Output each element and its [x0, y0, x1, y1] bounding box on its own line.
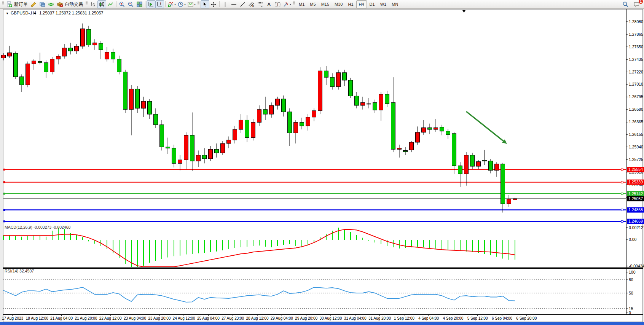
timeframe-m1[interactable]: M1: [296, 0, 307, 8]
alerts-button[interactable]: [47, 0, 56, 8]
auto-scroll-icon: [148, 1, 154, 8]
toolbar-button-label[interactable]: 新订单: [14, 1, 29, 8]
svg-text:A: A: [267, 2, 271, 7]
zoom-in-button[interactable]: [118, 0, 126, 8]
hline-button[interactable]: [230, 0, 238, 8]
timeframe-h4[interactable]: H4: [356, 0, 367, 8]
toolbar-button-label[interactable]: 自动交易: [64, 1, 84, 8]
application-window: 新订单自动交易▾▾▾EFAT▾M1M5M15M30H1H4D1W1MN1 ▼GB…: [0, 0, 644, 325]
new-order-icon: [6, 1, 13, 8]
collapse-arrow-icon[interactable]: ▼: [6, 12, 9, 15]
vline-icon: [222, 1, 228, 8]
chart-shift-icon: [156, 1, 163, 8]
new-order-button[interactable]: [5, 0, 14, 8]
text-button[interactable]: A: [265, 0, 273, 8]
alerts-icon: [48, 1, 54, 8]
styler-button[interactable]: [29, 0, 38, 8]
search-icon: [622, 1, 629, 8]
dropdown-arrow-icon[interactable]: ▾: [174, 3, 176, 6]
periods-icon: [177, 1, 184, 8]
chart-ohlc-values: 1.25037 1.25072 1.25031 1.25057: [39, 11, 103, 15]
chart-shift-button[interactable]: [155, 0, 164, 8]
chart-window[interactable]: ▼GBPUSD-,H41.25037 1.25072 1.25031 1.250…: [3, 9, 643, 322]
text-icon: A: [266, 1, 272, 8]
main-toolbar: 新订单自动交易▾▾▾EFAT▾M1M5M15M30H1H4D1W1MN1: [0, 0, 644, 9]
zoom-out-button[interactable]: [126, 0, 135, 8]
toolbar-grip[interactable]: [86, 1, 88, 8]
line-chart-icon: [107, 1, 114, 8]
indicators-icon: [167, 1, 174, 8]
dropdown-arrow-icon[interactable]: ▾: [194, 3, 196, 6]
macd-indicator-label: MACD(12,26,9) -0.003273 -0.002468: [5, 225, 70, 229]
tile-windows-icon: [136, 1, 143, 8]
search-button[interactable]: [621, 0, 630, 8]
profiles-button[interactable]: [38, 0, 47, 8]
tile-windows-button[interactable]: [135, 0, 144, 8]
window-left-edge: [0, 9, 3, 322]
label-button[interactable]: T: [273, 0, 282, 8]
line-chart-button[interactable]: [106, 0, 115, 8]
bar-chart-icon: [90, 1, 96, 8]
timeframe-d1[interactable]: D1: [367, 0, 378, 8]
timeframe-w1[interactable]: W1: [378, 0, 389, 8]
shapes-button[interactable]: ▾: [282, 0, 292, 8]
rsi-indicator-label: RSI(14) 32.4507: [5, 269, 34, 273]
timeframe-m15[interactable]: M15: [319, 0, 332, 8]
label-icon: T: [274, 1, 281, 8]
toolbar-separator: [165, 1, 166, 7]
autotrade-button[interactable]: [56, 0, 64, 8]
periods-button[interactable]: ▾: [177, 0, 187, 8]
autotrade-icon: [57, 1, 63, 8]
zoom-out-icon: [128, 1, 134, 8]
chart-symbol-period: GBPUSD-,H4: [11, 11, 36, 15]
fibo-icon: F: [257, 1, 263, 8]
bar-chart-button[interactable]: [89, 0, 97, 8]
chart-title: ▼GBPUSD-,H41.25037 1.25072 1.25031 1.250…: [6, 11, 103, 15]
toolbar-separator: [145, 1, 145, 7]
toolbar-grip[interactable]: [198, 1, 199, 8]
crosshair-icon: [210, 1, 217, 8]
chat-button[interactable]: 1: [632, 0, 641, 8]
candle-chart-button[interactable]: [97, 0, 106, 8]
indicators-button[interactable]: ▾: [167, 0, 177, 8]
channel-button[interactable]: E: [247, 0, 256, 8]
cursor-icon: [202, 1, 208, 8]
timeframe-m5[interactable]: M5: [307, 0, 318, 8]
styler-icon: [30, 1, 37, 8]
candle-chart-icon: [99, 1, 105, 8]
auto-scroll-button[interactable]: [147, 0, 155, 8]
timeframe-m30[interactable]: M30: [332, 0, 345, 8]
svg-text:T: T: [277, 2, 279, 6]
toolbar-grip[interactable]: [293, 1, 295, 8]
cursor-button[interactable]: [201, 0, 209, 8]
channel-icon: E: [248, 1, 255, 8]
zoom-in-icon: [119, 1, 125, 8]
toolbar-grip[interactable]: [2, 1, 4, 8]
crosshair-button[interactable]: [209, 0, 218, 8]
svg-text:F: F: [261, 5, 263, 8]
toolbar-right-group: 1: [621, 0, 641, 8]
hline-icon: [231, 1, 237, 8]
trendline-icon: [239, 1, 246, 8]
dropdown-arrow-icon[interactable]: ▾: [290, 3, 291, 6]
notification-badge: 1: [639, 0, 643, 4]
templates-button[interactable]: ▾: [187, 0, 196, 8]
trendline-button[interactable]: [238, 0, 247, 8]
window-bottom-strip: [0, 322, 644, 325]
profiles-icon: [39, 1, 46, 8]
svg-text:E: E: [252, 5, 254, 7]
fibo-button[interactable]: F: [256, 0, 265, 8]
shapes-icon: [283, 1, 289, 8]
toolbar-separator: [116, 1, 116, 7]
vline-button[interactable]: [221, 0, 230, 8]
dropdown-arrow-icon[interactable]: ▾: [184, 3, 186, 6]
timeframe-mn[interactable]: MN: [389, 0, 401, 8]
timeframe-h1[interactable]: H1: [345, 0, 356, 8]
toolbar-separator: [219, 1, 220, 7]
templates-icon: [187, 1, 194, 8]
